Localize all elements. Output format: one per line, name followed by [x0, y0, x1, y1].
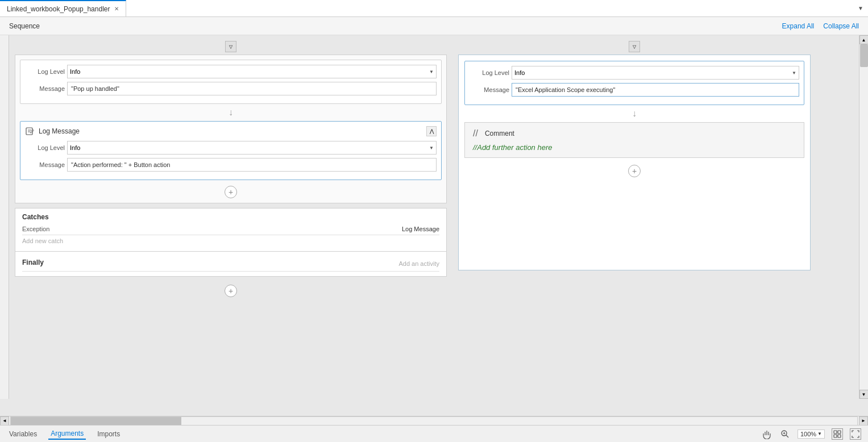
message-input-1[interactable]: "Pop up handled" [67, 82, 437, 95]
right-collapse-arrow[interactable]: ▽ [629, 41, 640, 52]
finally-title: Finally [22, 258, 44, 266]
log-level-select-1[interactable]: Info ▼ [67, 65, 437, 78]
add-activity-plus-bottom[interactable]: + [225, 285, 237, 297]
tab-bar: Linked_workbook_Popup_handler ✕ ▼ [0, 0, 868, 17]
log-message-1-box: Log Level Info ▼ Message "Pop up handled… [20, 60, 442, 104]
arguments-tab[interactable]: Arguments [48, 428, 86, 440]
h-scrollbar-container: ◄ ► [0, 416, 868, 425]
log-level-select-2[interactable]: Info ▼ [67, 141, 437, 155]
right-log-level-select[interactable]: Info ▼ [512, 66, 799, 80]
message-input-2[interactable]: "Action performed: " + Button action [67, 158, 437, 172]
collapse-all-button[interactable]: Collapse All [823, 22, 859, 30]
h-scroll-left-arrow[interactable]: ◄ [0, 416, 9, 426]
left-panel: ▽ Log Level Info ▼ Message [15, 41, 447, 416]
log-level-row-1: Log Level Info ▼ [25, 65, 437, 78]
hand-icon[interactable] [761, 428, 773, 440]
imports-tab[interactable]: Imports [95, 429, 122, 439]
add-activity-plus-1[interactable]: + [225, 186, 237, 198]
comment-icon: // [473, 128, 478, 139]
catches-exception-label: Exception [22, 226, 49, 232]
message-label-2: Message [25, 161, 65, 168]
finally-add-activity[interactable]: Add an activity [398, 260, 439, 267]
tab-title: Linked_workbook_Popup_handler [7, 5, 110, 13]
header-actions: Expand All Collapse All [782, 22, 859, 30]
log-level-label-1: Log Level [25, 68, 65, 75]
right-select-arrow: ▼ [792, 70, 796, 76]
right-log-level-row: Log Level Info ▼ [470, 66, 799, 80]
right-log-level-label: Log Level [470, 69, 509, 76]
status-bar: Variables Arguments Imports 100% ▼ [0, 425, 868, 442]
arrow-connector-1: ↓ [20, 104, 442, 121]
log-level-label-2: Log Level [25, 144, 65, 151]
message-label-1: Message [25, 85, 65, 92]
finally-row: Finally Add an activity [22, 256, 439, 272]
tab-dropdown-icon[interactable]: ▼ [853, 5, 868, 11]
scroll-track [859, 44, 868, 390]
right-panel: ▽ Log Level Info ▼ Message [458, 41, 811, 416]
right-arrow-connector: ↓ [464, 105, 804, 122]
log-message-2-title: Log Message [39, 127, 80, 135]
svg-rect-6 [838, 431, 841, 433]
log-message-2-box: Log Message ⋀ Log Level Info ▼ Message [20, 121, 442, 180]
left-vscrollbar [0, 35, 9, 399]
right-message-row: Message "Excel Application Scope executi… [470, 83, 799, 97]
left-collapse-arrow[interactable]: ▽ [225, 41, 236, 52]
comment-box: // Comment //Add further action here [464, 122, 804, 158]
comment-title: Comment [485, 130, 514, 137]
expand-all-button[interactable]: Expand All [782, 22, 815, 30]
right-log-message-box: Log Level Info ▼ Message "Excel Applicat… [464, 61, 804, 105]
zoom-dropdown[interactable]: 100% ▼ [798, 430, 825, 439]
tab-close-icon[interactable]: ✕ [114, 6, 119, 12]
svg-rect-7 [834, 435, 837, 437]
h-scroll-right-arrow[interactable]: ► [859, 416, 868, 426]
right-add-activity-plus[interactable]: + [628, 165, 641, 177]
magnify-icon[interactable] [779, 428, 791, 440]
message-row-2: Message "Action performed: " + Button ac… [25, 158, 437, 172]
log-message-2-title-row: Log Message [25, 126, 80, 136]
finally-section: Finally Add an activity [15, 252, 447, 277]
catches-add-new[interactable]: Add new catch [22, 235, 439, 247]
h-scroll-thumb[interactable] [11, 417, 181, 425]
zoom-control: 100% ▼ [798, 430, 825, 439]
fullscreen-icon[interactable] [850, 428, 861, 440]
canvas-area: ▽ Log Level Info ▼ Message [0, 35, 868, 416]
scroll-up-arrow[interactable]: ▲ [859, 35, 869, 44]
scroll-down-arrow[interactable]: ▼ [859, 390, 869, 399]
variables-tab[interactable]: Variables [7, 429, 39, 439]
log-level-row-2: Log Level Info ▼ [25, 141, 437, 155]
right-sequence-container: Log Level Info ▼ Message "Excel Applicat… [458, 55, 811, 270]
active-tab[interactable]: Linked_workbook_Popup_handler ✕ [0, 0, 126, 16]
message-row-1: Message "Pop up handled" [25, 82, 437, 95]
svg-line-2 [786, 435, 788, 437]
catches-title: Catches [22, 213, 439, 221]
svg-rect-5 [834, 431, 837, 433]
h-scrollbar-track [10, 416, 858, 426]
sequence-title: Sequence [9, 22, 40, 30]
right-vscrollbar: ▲ ▼ [859, 35, 868, 399]
comment-header: // Comment [473, 128, 796, 139]
try-block-container: Log Level Info ▼ Message "Pop up handled… [15, 55, 447, 203]
status-right: 100% ▼ [761, 428, 861, 440]
log-message-2-header: Log Message ⋀ [25, 126, 437, 136]
log-message-2-collapse[interactable]: ⋀ [426, 126, 437, 136]
comment-text: //Add further action here [473, 143, 796, 152]
right-message-input[interactable]: "Excel Application Scope executing" [512, 83, 799, 97]
fit-page-icon[interactable] [832, 428, 843, 440]
scroll-thumb[interactable] [860, 44, 868, 67]
catches-exception-row: Exception Log Message [22, 223, 439, 235]
catches-section: Catches Exception Log Message Add new ca… [15, 208, 447, 252]
select-arrow-2: ▼ [429, 145, 434, 151]
select-arrow-1: ▼ [429, 69, 434, 74]
log-message-2-icon [25, 126, 35, 136]
svg-rect-8 [838, 435, 841, 437]
workflow-content: ▽ Log Level Info ▼ Message [9, 35, 859, 416]
comment-title-row: // Comment [473, 128, 514, 139]
catches-exception-value: Log Message [402, 226, 439, 232]
right-message-label: Message [470, 86, 509, 93]
header-bar: Sequence Expand All Collapse All [0, 17, 868, 35]
